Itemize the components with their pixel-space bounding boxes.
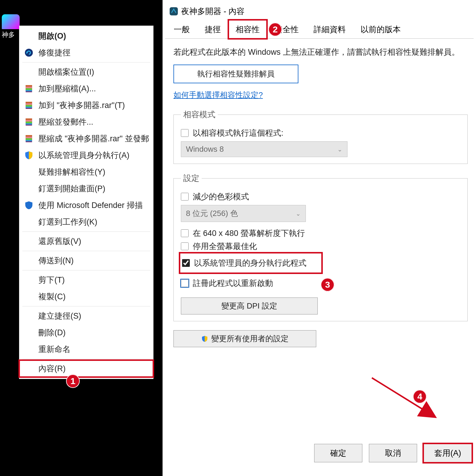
context-menu-item[interactable]: 剪下(T) xyxy=(19,272,153,288)
menu-separator xyxy=(22,231,150,232)
rar-icon xyxy=(24,117,34,127)
context-menu-item[interactable]: 使用 Microsoft Defender 掃描 xyxy=(19,197,153,214)
tab-以前的版本[interactable]: 以前的版本 xyxy=(354,20,408,38)
menu-separator xyxy=(22,251,150,251)
menu-item-label: 內容(R) xyxy=(38,363,65,374)
cancel-button[interactable]: 取消 xyxy=(369,444,417,462)
context-menu-item[interactable]: 加到 "夜神多開器.rar"(T) xyxy=(19,97,153,114)
menu-item-label: 刪除(D) xyxy=(38,327,65,338)
rar-icon xyxy=(24,83,34,94)
desktop-shortcut[interactable]: 神多 xyxy=(2,14,20,39)
svg-rect-2 xyxy=(26,85,32,87)
app-icon xyxy=(2,14,20,29)
svg-point-0 xyxy=(25,49,33,57)
menu-item-label: 壓縮並發郵件... xyxy=(38,117,93,127)
blank-icon xyxy=(24,275,34,285)
menu-separator xyxy=(22,306,150,306)
tab-詳細資料[interactable]: 詳細資料 xyxy=(307,20,353,38)
menu-item-label: 以系統管理員身分執行(A) xyxy=(38,150,129,161)
blank-icon xyxy=(24,363,34,374)
desktop-shortcut-label: 神多 xyxy=(2,31,15,38)
chevron-down-icon: ⌄ xyxy=(337,146,342,153)
context-menu-item[interactable]: 加到壓縮檔(A)... xyxy=(19,80,153,97)
disable-fullscreen-opt-checkbox[interactable]: 停用全螢幕最佳化 xyxy=(181,241,460,252)
settings-legend: 設定 xyxy=(181,173,202,184)
step-badge-2: 2 xyxy=(268,23,282,36)
menu-item-label: 壓縮成 "夜神多開器.rar" 並發郵 xyxy=(38,133,149,144)
dialog-title: 夜神多開器 - 內容 xyxy=(181,6,245,17)
compat-mode-checkbox[interactable]: 以相容模式執行這個程式: xyxy=(181,128,460,138)
ok-button[interactable]: 確定 xyxy=(314,444,362,462)
tabs: 一般捷徑相容性安全性詳細資料以前的版本 xyxy=(163,20,476,38)
menu-item-label: 建立捷徑(S) xyxy=(38,311,81,321)
context-menu-item[interactable]: 疑難排解相容性(Y) xyxy=(19,164,153,180)
menu-separator xyxy=(22,270,150,270)
run-as-admin-checkbox[interactable]: 以系統管理員的身分執行此程式 xyxy=(182,258,320,268)
context-menu-item[interactable]: 修復捷徑 xyxy=(19,44,153,61)
svg-rect-5 xyxy=(26,90,32,91)
tab-一般[interactable]: 一般 xyxy=(167,20,197,38)
shield-icon xyxy=(201,335,208,342)
tab-相容性[interactable]: 相容性 xyxy=(229,20,267,38)
context-menu-item[interactable]: 刪除(D) xyxy=(19,324,153,341)
svg-rect-3 xyxy=(26,87,32,88)
svg-rect-17 xyxy=(26,135,32,137)
context-menu-item[interactable]: 壓縮成 "夜神多開器.rar" 並發郵 xyxy=(19,130,153,147)
change-all-users-button[interactable]: 變更所有使用者的設定 xyxy=(173,330,316,347)
menu-item-label: 複製(C) xyxy=(38,291,65,302)
reduced-color-checkbox[interactable]: 減少的色彩模式 xyxy=(181,191,460,202)
run-640x480-checkbox[interactable]: 在 640 x 480 螢幕解析度下執行 xyxy=(181,228,460,239)
context-menu-item[interactable]: 釘選到工作列(K) xyxy=(19,214,153,230)
compat-mode-legend: 相容模式 xyxy=(181,109,218,120)
svg-rect-9 xyxy=(26,105,32,107)
svg-rect-12 xyxy=(26,118,32,120)
context-menu-item[interactable]: 複製(C) xyxy=(19,288,153,305)
blank-icon xyxy=(24,167,34,177)
menu-item-label: 開啟檔案位置(I) xyxy=(38,67,94,77)
menu-item-label: 加到 "夜神多開器.rar"(T) xyxy=(38,100,125,111)
shield-icon xyxy=(24,150,34,161)
context-menu: 開啟(O)修復捷徑開啟檔案位置(I)加到壓縮檔(A)...加到 "夜神多開器.r… xyxy=(19,26,154,379)
step-badge-4: 4 xyxy=(413,390,427,403)
run-troubleshooter-button[interactable]: 執行相容性疑難排解員 xyxy=(173,65,298,83)
tab-捷徑[interactable]: 捷徑 xyxy=(198,20,228,38)
menu-item-label: 釘選到開始畫面(P) xyxy=(38,183,105,194)
context-menu-item[interactable]: 開啟檔案位置(I) xyxy=(19,64,153,80)
menu-item-label: 加到壓縮檔(A)... xyxy=(38,83,96,94)
compat-mode-group: 相容模式 以相容模式執行這個程式: Windows 8 ⌄ xyxy=(173,109,468,164)
blank-icon xyxy=(24,311,34,321)
context-menu-item[interactable]: 傳送到(N) xyxy=(19,252,153,269)
manual-compat-link[interactable]: 如何手動選擇相容性設定? xyxy=(173,90,263,100)
repair-icon xyxy=(24,47,34,58)
context-menu-item[interactable]: 以系統管理員身分執行(A) xyxy=(19,147,153,164)
context-menu-item[interactable]: 建立捷徑(S) xyxy=(19,308,153,324)
menu-separator xyxy=(22,62,150,62)
menu-item-label: 傳送到(N) xyxy=(38,255,73,266)
change-dpi-button[interactable]: 變更高 DPI 設定 xyxy=(181,298,318,314)
svg-rect-15 xyxy=(26,123,32,125)
step-badge-1: 1 xyxy=(66,374,80,388)
blank-icon xyxy=(24,183,34,194)
rar-icon xyxy=(24,100,34,111)
menu-item-label: 疑難排解相容性(Y) xyxy=(38,167,105,177)
blank-icon xyxy=(24,344,34,355)
context-menu-item[interactable]: 內容(R) xyxy=(19,360,153,377)
context-menu-item[interactable]: 開啟(O) xyxy=(19,28,153,44)
color-depth-select: 8 位元 (256) 色 ⌄ xyxy=(181,205,306,222)
menu-item-label: 使用 Microsoft Defender 掃描 xyxy=(38,200,143,211)
compat-description: 若此程式在此版本的 Windows 上無法正確運作，請嘗試執行相容性疑難排解員。 xyxy=(173,46,468,58)
menu-item-label: 重新命名 xyxy=(38,344,71,355)
context-menu-item[interactable]: 壓縮並發郵件... xyxy=(19,114,153,130)
apply-button[interactable]: 套用(A) xyxy=(424,444,472,462)
svg-rect-14 xyxy=(26,122,32,123)
menu-item-label: 釘選到工作列(K) xyxy=(38,217,97,227)
rar-icon xyxy=(24,133,34,144)
context-menu-item[interactable]: 還原舊版(V) xyxy=(19,233,153,250)
context-menu-item[interactable]: 釘選到開始畫面(P) xyxy=(19,180,153,197)
blank-icon xyxy=(24,327,34,338)
menu-item-label: 還原舊版(V) xyxy=(38,236,81,247)
menu-item-label: 開啟(O) xyxy=(38,31,66,41)
svg-rect-20 xyxy=(26,140,32,141)
defender-icon xyxy=(24,200,34,211)
context-menu-item[interactable]: 重新命名 xyxy=(19,341,153,358)
